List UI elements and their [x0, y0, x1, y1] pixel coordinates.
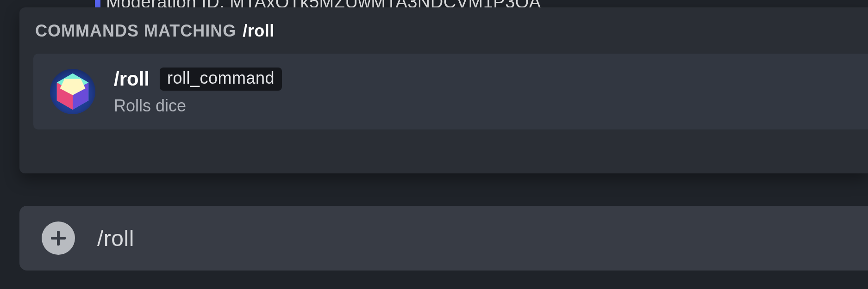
- attach-button[interactable]: [42, 221, 75, 255]
- command-item-roll[interactable]: /roll roll_command Rolls dice: [33, 54, 868, 129]
- message-input-bar: [19, 206, 868, 271]
- command-text: /roll roll_command Rolls dice: [114, 68, 282, 116]
- svg-rect-6: [51, 237, 66, 240]
- popover-header: COMMANDS MATCHING /roll: [33, 21, 868, 41]
- plus-icon: [49, 229, 68, 247]
- slash-command-popover: COMMANDS MATCHING /roll /roll roll_comma…: [19, 7, 868, 173]
- command-name: /roll: [114, 68, 150, 90]
- command-top: /roll roll_command: [114, 68, 282, 91]
- cube-icon: [50, 69, 95, 114]
- command-argument-chip[interactable]: roll_command: [160, 68, 282, 91]
- popover-header-label: COMMANDS MATCHING: [35, 21, 236, 41]
- command-description: Rolls dice: [114, 96, 282, 116]
- bot-avatar: [50, 69, 95, 114]
- message-input[interactable]: [97, 226, 868, 251]
- popover-header-query: /roll: [243, 21, 275, 41]
